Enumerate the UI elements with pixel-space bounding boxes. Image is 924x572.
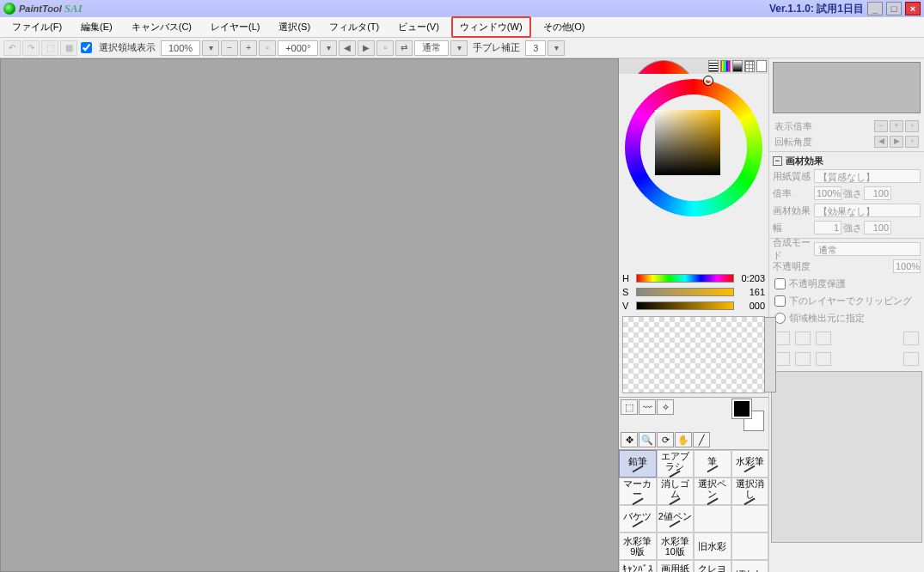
menu-window[interactable]: ウィンドウ(W) [451,16,531,38]
menu-file[interactable]: ファイル(F) [5,18,69,36]
rotate-left-button[interactable]: ◀ [339,40,356,56]
color-square[interactable] [655,110,720,175]
brush-marker[interactable]: マーカー [619,478,657,505]
clear-layer-button[interactable] [903,352,919,366]
brush-wc9[interactable]: 水彩筆 9版 [619,532,657,560]
close-button[interactable]: × [905,2,921,15]
undo-button[interactable]: ↶ [3,40,21,56]
swatch-area[interactable] [622,316,765,393]
zoom-reset-button[interactable]: ▫ [259,40,276,56]
rgb-slider-tab[interactable] [708,60,719,72]
lasso-tool[interactable]: 〰 [639,399,656,415]
menu-filter[interactable]: フィルタ(T) [322,18,386,36]
nav-zoom-in[interactable]: + [890,120,903,132]
stabilizer-field[interactable]: 3 [525,40,546,56]
lock-opacity-checkbox[interactable] [774,278,786,289]
rotate-right-button[interactable]: ▶ [358,40,375,56]
nav-zoom-out[interactable]: − [874,120,888,132]
brush-selpen[interactable]: 選択ペン [694,478,731,505]
delete-layer-button[interactable] [903,332,919,345]
val-slider[interactable] [636,301,734,310]
zoom-dropdown-button[interactable]: ▾ [202,40,219,56]
scratchpad-tab[interactable] [756,60,767,72]
color-fg-bg[interactable] [732,399,763,430]
nav-rot-left[interactable]: ◀ [874,136,888,148]
brush-binary[interactable]: 2値ペン [657,505,695,532]
transfer-button[interactable] [795,352,811,366]
brush-pencil[interactable]: 鉛筆 [619,450,657,478]
brush-blur[interactable]: ぼかし [731,560,769,572]
scale-str-value[interactable]: 100 [864,186,891,200]
brush-watercolor[interactable]: 水彩筆 [731,450,769,478]
brush-empty3[interactable] [731,532,769,560]
blend-mode-select[interactable]: 通常 [814,242,921,256]
hand-tool[interactable]: ✋ [675,432,692,447]
angle-dropdown-button[interactable]: ▾ [320,40,337,56]
maximize-button[interactable]: □ [886,2,902,15]
canvas-area[interactable] [0,58,619,572]
blend-dropdown-button[interactable]: ▾ [450,40,468,56]
navigator[interactable] [773,62,921,113]
minimize-button[interactable]: _ [867,2,883,15]
brush-empty2[interactable] [731,505,769,532]
menu-layer[interactable]: レイヤー(L) [204,18,266,36]
flatten-button[interactable] [816,352,831,366]
redo-button[interactable]: ↷ [22,40,40,56]
brush-oldwc[interactable]: 旧水彩 [694,532,731,560]
hsv-slider-tab[interactable] [720,60,731,72]
new-folder-button[interactable] [816,332,831,345]
material-toggle[interactable]: − [773,156,782,166]
opacity-value[interactable]: 100% [893,259,921,273]
new-layer-button[interactable] [774,332,790,345]
layer-list[interactable] [771,371,922,543]
menu-edit[interactable]: 編集(E) [74,18,119,36]
swatch-grid-tab[interactable] [744,60,755,72]
flip-button[interactable]: ⇄ [395,40,413,56]
width-str-value[interactable]: 100 [864,221,891,234]
brush-paper[interactable]: 画用紙 ﾏﾎﾙ [657,560,695,572]
zoom-out-button[interactable]: − [221,40,238,56]
clip-checkbox[interactable] [774,295,786,307]
angle-field[interactable]: +000° [278,40,318,56]
merge-button[interactable] [774,352,790,366]
paper-select[interactable]: 【質感なし】 [814,169,921,183]
stabilizer-dropdown-button[interactable]: ▾ [548,40,565,56]
invert-sel-button[interactable]: ▦ [60,40,77,56]
brush-airbrush[interactable]: エアブラシ [657,450,695,478]
effect-select[interactable]: 【効果なし】 [814,204,921,217]
menu-select[interactable]: 選択(S) [272,18,317,36]
brush-selerase[interactable]: 選択消し [731,478,769,505]
brush-eraser[interactable]: 消しゴム [657,478,695,505]
zoom-tool[interactable]: 🔍 [639,432,656,447]
move-tool[interactable]: ✥ [621,432,638,447]
brush-bucket[interactable]: バケツ [619,505,657,532]
nav-rot-reset[interactable]: ▫ [905,136,919,148]
blend-field[interactable]: 通常 [414,40,449,56]
gray-tab[interactable] [732,60,743,72]
rect-select-tool[interactable]: ⬚ [621,399,638,415]
deselect-button[interactable]: ⬚ [41,40,58,56]
nav-zoom-reset[interactable]: ▫ [905,120,919,132]
new-linework-button[interactable] [795,332,811,345]
hue-slider[interactable] [636,274,734,283]
nav-rot-right[interactable]: ▶ [890,136,903,148]
zoom-field[interactable]: 100% [161,40,200,56]
brush-canvas[interactable]: ｷｬﾝﾊﾞｽ ﾏﾎﾙ [619,560,657,572]
menu-view[interactable]: ビュー(V) [391,18,446,36]
menu-canvas[interactable]: キャンバス(C) [125,18,199,36]
magic-wand-tool[interactable]: ✧ [657,399,674,415]
wheel-cursor-icon[interactable] [704,76,713,85]
menu-other[interactable]: その他(O) [536,18,592,36]
brush-crayon[interactable]: クレヨン [694,560,731,572]
rotate-tool[interactable]: ⟳ [657,432,674,447]
width-value[interactable]: 1 [814,221,841,234]
rotate-reset-button[interactable]: ▫ [376,40,394,56]
eyedropper-tool[interactable]: ╱ [693,432,710,447]
scale-value[interactable]: 100% [814,186,841,200]
brush-wc10[interactable]: 水彩筆 10版 [657,532,695,560]
brush-brush[interactable]: 筆 [694,450,731,478]
show-selection-checkbox[interactable] [81,42,92,53]
brush-empty1[interactable] [694,505,731,532]
zoom-in-button[interactable]: + [240,40,257,56]
sat-slider[interactable] [636,288,734,296]
